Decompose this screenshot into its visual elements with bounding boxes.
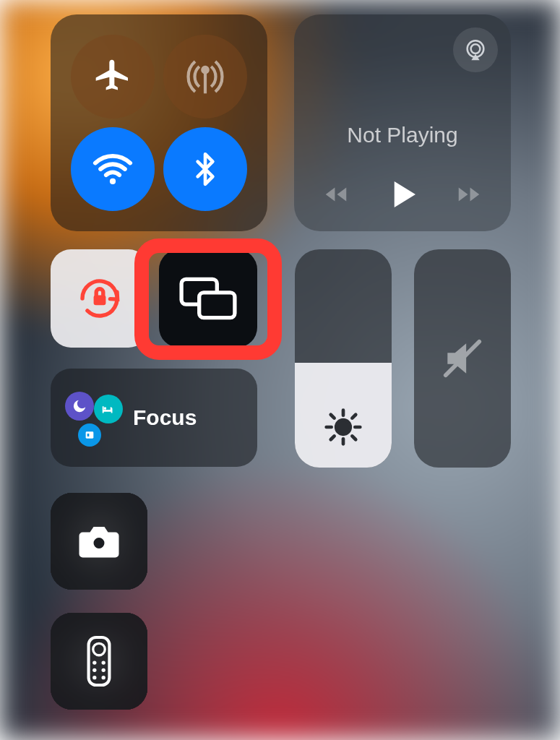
svg-line-15 bbox=[331, 436, 335, 439]
screen-mirroring-icon bbox=[178, 276, 238, 321]
now-playing-module[interactable]: Not Playing bbox=[294, 14, 511, 231]
svg-point-52 bbox=[92, 676, 96, 679]
screen-mirroring-button[interactable] bbox=[159, 249, 257, 348]
tv-remote-icon bbox=[87, 636, 111, 687]
moon-icon bbox=[72, 398, 87, 414]
focus-icon-cluster bbox=[66, 392, 119, 444]
bed-icon bbox=[100, 401, 116, 417]
svg-point-2 bbox=[110, 178, 116, 184]
svg-rect-20 bbox=[87, 434, 90, 436]
volume-slider[interactable] bbox=[414, 249, 511, 468]
wifi-toggle[interactable] bbox=[71, 127, 155, 211]
forward-icon bbox=[452, 181, 486, 208]
svg-point-47 bbox=[93, 643, 105, 655]
airplay-audio-icon bbox=[463, 38, 488, 62]
svg-point-50 bbox=[92, 668, 96, 672]
svg-point-8 bbox=[336, 420, 350, 434]
bluetooth-toggle[interactable] bbox=[163, 127, 247, 211]
bluetooth-icon bbox=[187, 149, 223, 189]
svg-rect-19 bbox=[86, 431, 94, 438]
camera-icon bbox=[77, 523, 121, 559]
svg-point-53 bbox=[102, 676, 105, 679]
svg-point-51 bbox=[102, 668, 105, 672]
svg-line-14 bbox=[352, 436, 356, 439]
svg-rect-7 bbox=[199, 293, 235, 318]
wifi-icon bbox=[92, 148, 134, 190]
connectivity-group[interactable] bbox=[51, 14, 267, 231]
play-button[interactable] bbox=[383, 175, 422, 214]
sun-icon bbox=[323, 407, 363, 447]
speaker-mute-icon bbox=[440, 336, 485, 381]
rotation-lock-icon bbox=[74, 272, 126, 324]
antenna-icon bbox=[185, 56, 225, 97]
airplay-audio-button[interactable] bbox=[453, 27, 498, 72]
svg-point-18 bbox=[104, 407, 107, 410]
focus-label: Focus bbox=[133, 405, 197, 430]
svg-point-1 bbox=[202, 67, 207, 72]
rewind-icon bbox=[319, 181, 353, 208]
apple-tv-remote-button[interactable] bbox=[51, 613, 147, 710]
forward-button[interactable] bbox=[452, 181, 486, 208]
brightness-slider[interactable] bbox=[295, 249, 392, 468]
focus-button[interactable]: Focus bbox=[51, 369, 257, 467]
cellular-data-toggle[interactable] bbox=[163, 35, 247, 119]
play-icon bbox=[383, 175, 422, 214]
orientation-lock-toggle[interactable] bbox=[51, 249, 149, 348]
camera-button[interactable] bbox=[51, 493, 147, 590]
airplane-icon bbox=[92, 56, 133, 97]
svg-point-48 bbox=[92, 661, 96, 664]
svg-point-4 bbox=[471, 44, 481, 53]
media-status-label: Not Playing bbox=[294, 123, 511, 147]
rewind-button[interactable] bbox=[319, 181, 353, 208]
svg-point-49 bbox=[102, 661, 105, 664]
svg-line-13 bbox=[331, 415, 335, 418]
id-icon bbox=[84, 429, 95, 441]
airplane-mode-toggle[interactable] bbox=[71, 35, 155, 119]
svg-line-16 bbox=[352, 415, 356, 418]
